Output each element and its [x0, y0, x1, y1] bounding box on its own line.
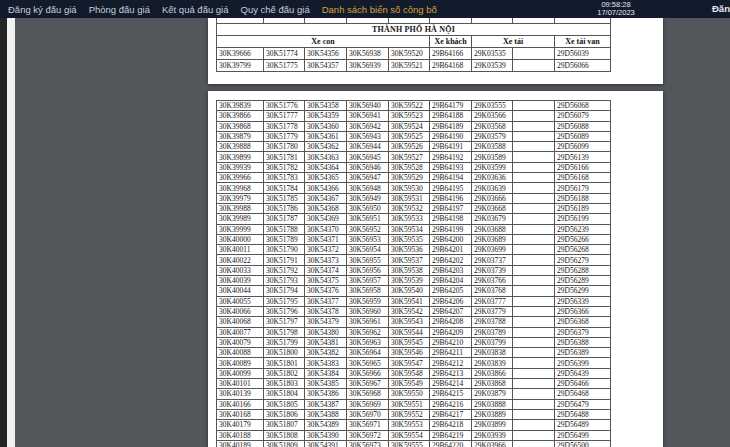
plate-cell: 29K03868 [472, 379, 513, 389]
table-row: 30K4003330K5179230K5437430K5695630K59538… [217, 265, 611, 275]
plate-cell: 30K59551 [389, 399, 430, 409]
plate-cell [513, 203, 555, 213]
plate-cell: 29K03788 [472, 317, 513, 327]
table-row: 30K4018830K5180830K5439030K5697230K59554… [217, 430, 611, 440]
nav-item-2[interactable]: Kết quả đấu giá [162, 4, 229, 15]
plate-cell: 29K03899 [472, 420, 513, 430]
plate-cell [513, 358, 555, 368]
plate-cell: 29D56399 [555, 358, 611, 368]
plate-cell: 30K51795 [264, 296, 305, 306]
table-row: 30K4016630K5180530K5438730K5696930K59551… [217, 399, 611, 409]
plate-cell: 30K51792 [264, 265, 305, 275]
plate-cell: 30K54359 [305, 111, 347, 121]
plate-cell: 30K59534 [389, 224, 430, 234]
plate-cell: 29D56268 [555, 245, 611, 255]
plate-cell: 30K59545 [389, 337, 430, 347]
plate-cell: 30K54376 [305, 286, 347, 296]
plate-cell: 30K40101 [217, 379, 264, 389]
document-page-2: 30K3983930K5177630K5435830K5694030K59522… [208, 91, 663, 447]
viewer-left-edge [0, 18, 7, 447]
plate-cell [513, 317, 555, 327]
plate-cell: 30K39939 [217, 162, 264, 172]
table-row: 30K4018930K5180930K5439130K5697330K59555… [217, 440, 611, 447]
plate-cell: 30K54365 [305, 173, 347, 183]
plate-cell: 30K54386 [305, 389, 347, 399]
plate-cell: 30K39868 [217, 121, 264, 131]
plate-cell: 29B64207 [430, 306, 472, 316]
plate-cell: 30K51794 [264, 286, 305, 296]
plate-cell [513, 193, 555, 203]
plate-cell: 29D56368 [555, 317, 611, 327]
nav-item-0[interactable]: Đăng ký đấu giá [8, 4, 77, 15]
plate-cell: 30K51776 [264, 101, 305, 111]
plate-cell: 29B64213 [430, 368, 472, 378]
plate-cell: 29B64211 [430, 348, 472, 358]
plate-cell: 30K51780 [264, 142, 305, 152]
plate-cell: 29D56079 [555, 111, 611, 121]
plate-cell: 30K56972 [347, 430, 389, 440]
plate-cell: 30K56964 [347, 348, 389, 358]
plate-cell: 29B64216 [430, 399, 472, 409]
plate-cell [513, 173, 555, 183]
plate-cell: 30K54364 [305, 162, 347, 172]
plate-cell: 29D56439 [555, 368, 611, 378]
plate-cell: 30K54356 [305, 47, 347, 59]
nav-item-3[interactable]: Quy chế đấu giá [241, 4, 310, 15]
plate-cell: 30K40099 [217, 368, 264, 378]
left-scrollbar-strip[interactable] [7, 18, 15, 447]
column-group-header: Xe con [217, 35, 430, 47]
plate-cell: 30K59535 [389, 234, 430, 244]
plate-cell: 30K59554 [389, 430, 430, 440]
plate-cell: 30K54367 [305, 193, 347, 203]
plate-cell: 30K54383 [305, 358, 347, 368]
plate-cell: 30K54370 [305, 224, 347, 234]
table-row: 30K4005530K5179530K5437730K5695930K59541… [217, 296, 611, 306]
plate-cell: 30K51778 [264, 121, 305, 131]
plate-cell: 30K56966 [347, 368, 389, 378]
plate-cell: 30K54385 [305, 379, 347, 389]
plate-cell: 29K03566 [472, 111, 513, 121]
plate-cell: 29B64218 [430, 420, 472, 430]
plate-cell: 30K54373 [305, 255, 347, 265]
plate-cell: 29D56288 [555, 265, 611, 275]
plate-cell: 30K56957 [347, 276, 389, 286]
plate-cell: 29B64168 [430, 59, 472, 71]
login-link[interactable]: Đăn [712, 3, 730, 14]
plate-cell: 29D56468 [555, 389, 611, 399]
plate-cell: 30K51793 [264, 276, 305, 286]
plate-cell: 30K54361 [305, 131, 347, 141]
nav-item-4[interactable]: Danh sách biển số công bố [322, 4, 437, 15]
plate-cell: 30K56970 [347, 409, 389, 419]
plate-cell: 30K39799 [217, 59, 264, 71]
plate-cell: 30K40079 [217, 337, 264, 347]
plate-cell: 30K59548 [389, 368, 430, 378]
plate-cell: 29B64203 [430, 265, 472, 275]
plate-cell: 29D56068 [555, 101, 611, 111]
plate-cell: 30K59528 [389, 162, 430, 172]
plate-cell: 30K59540 [389, 286, 430, 296]
plate-cell: 30K59546 [389, 348, 430, 358]
plate-cell [513, 379, 555, 389]
plate-cell: 29D56499 [555, 430, 611, 440]
plate-cell: 30K59522 [389, 101, 430, 111]
plate-cell: 30K51803 [264, 379, 305, 389]
table-row: 30K4007930K5179930K5438130K5696330K59545… [217, 337, 611, 347]
plate-cell: 29D56289 [555, 276, 611, 286]
plate-cell: 29B64197 [430, 203, 472, 213]
plate-cell: 29D56189 [555, 203, 611, 213]
plate-cell: 30K51809 [264, 440, 305, 447]
plate-cell: 30K59536 [389, 245, 430, 255]
plate-cell: 30K51784 [264, 183, 305, 193]
plate-cell [513, 183, 555, 193]
plate-cell: 30K56962 [347, 327, 389, 337]
plate-cell: 29D56366 [555, 306, 611, 316]
table-row: 30K3966630K5177430K5435630K5693830K59520… [217, 47, 611, 59]
plate-cell [513, 296, 555, 306]
plate-cell [513, 265, 555, 275]
plate-cell [513, 255, 555, 265]
plate-cell: 30K51798 [264, 327, 305, 337]
table-row: 30K3988830K5178030K5436230K5694430K59526… [217, 142, 611, 152]
plate-cell: 30K51804 [264, 389, 305, 399]
nav-item-1[interactable]: Phòng đấu giá [89, 4, 150, 15]
plate-cell: 30K54377 [305, 296, 347, 306]
